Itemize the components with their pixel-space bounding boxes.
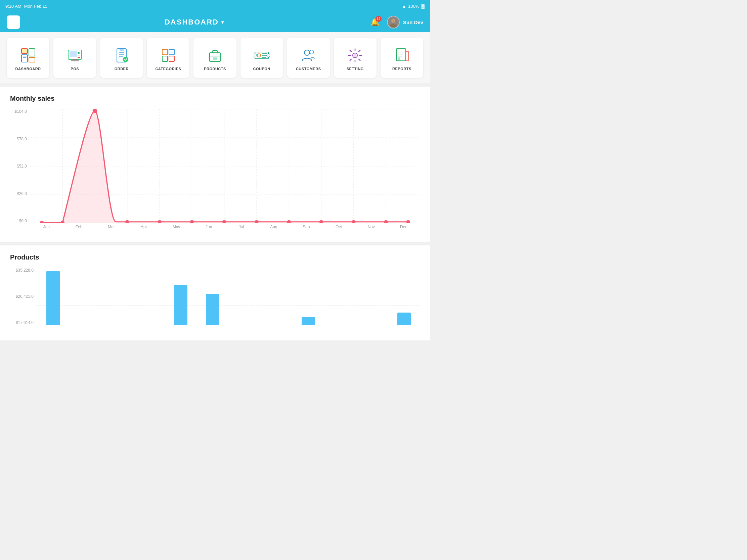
x-axis-label: Jun xyxy=(192,224,225,237)
x-axis-label: Aug xyxy=(258,224,290,237)
svg-rect-9 xyxy=(22,49,27,53)
icon-card-coupon[interactable]: COUPON xyxy=(240,37,283,78)
status-date: Mon Feb 15 xyxy=(24,4,47,9)
svg-point-69 xyxy=(40,221,44,223)
setting-icon xyxy=(346,47,364,64)
y-axis-label: $52.0 xyxy=(17,164,27,168)
order-label: ORDER xyxy=(114,67,129,71)
svg-rect-13 xyxy=(70,51,77,57)
icon-card-products[interactable]: PRODUCTS xyxy=(194,37,236,78)
dashboard-icon xyxy=(20,47,37,64)
notifications-button[interactable]: 🔔 12 xyxy=(369,16,382,29)
bars-row xyxy=(37,268,420,325)
svg-rect-35 xyxy=(213,57,217,60)
svg-point-42 xyxy=(267,54,270,57)
products-label: PRODUCTS xyxy=(204,67,226,71)
avatar xyxy=(387,16,400,29)
svg-point-81 xyxy=(406,220,410,223)
svg-rect-48 xyxy=(406,51,408,61)
x-axis-label: Mar xyxy=(95,224,128,237)
svg-point-80 xyxy=(384,220,388,223)
svg-point-46 xyxy=(354,54,356,57)
svg-point-44 xyxy=(310,50,314,54)
svg-point-74 xyxy=(190,220,194,223)
grid-line xyxy=(37,325,420,325)
user-menu[interactable]: Sun Dev xyxy=(387,16,423,29)
bar-item xyxy=(168,268,193,325)
y-axis: $104.0$78.0$52.0$26.0$0.0 xyxy=(10,109,30,223)
icon-card-categories[interactable]: CATEGORIES xyxy=(147,37,189,78)
pos-label: POS xyxy=(71,67,79,71)
svg-point-79 xyxy=(352,220,356,223)
bar-chart-area xyxy=(37,268,420,325)
y-axis-label: $0.0 xyxy=(19,218,27,223)
icon-card-reports[interactable]: REPORTS xyxy=(381,37,423,78)
order-icon xyxy=(113,47,130,64)
bar-item xyxy=(232,268,257,325)
setting-label: SETTING xyxy=(346,67,364,71)
icon-card-order[interactable]: ORDER xyxy=(100,37,143,78)
svg-point-26 xyxy=(123,57,128,62)
status-bar: 9:10 AM Mon Feb 15 ▲ 100% ▓ xyxy=(0,0,430,12)
y-axis-label: $26.0 xyxy=(17,191,27,196)
bar xyxy=(206,294,219,325)
bar-item xyxy=(40,268,66,325)
x-axis-label: Jan xyxy=(30,224,63,237)
bar-item xyxy=(72,268,97,325)
svg-point-76 xyxy=(255,220,259,223)
x-axis-label: Dec xyxy=(387,224,420,237)
icon-card-pos[interactable]: POS xyxy=(53,37,96,78)
top-nav: DASHBOARD ▾ 🔔 12 Sun Dev xyxy=(0,12,430,32)
bar xyxy=(397,313,411,325)
coupon-icon xyxy=(253,47,271,64)
icon-card-customers[interactable]: CUSTOMERS xyxy=(287,37,330,78)
x-axis-label: May xyxy=(160,224,193,237)
chart-area xyxy=(30,109,420,223)
wifi-icon: ▲ xyxy=(402,4,406,9)
svg-rect-14 xyxy=(78,57,80,58)
nav-dropdown-icon: ▾ xyxy=(221,20,224,25)
y-axis-label: $104.0 xyxy=(15,109,27,114)
bar-item xyxy=(359,268,385,325)
nav-title[interactable]: DASHBOARD ▾ xyxy=(164,18,224,27)
nav-title-text: DASHBOARD xyxy=(164,18,218,27)
y-axis-label: $78.0 xyxy=(17,137,27,141)
customers-icon xyxy=(300,47,317,64)
icon-card-dashboard[interactable]: DASHBOARD xyxy=(7,37,49,78)
bar-chart: $35,228.0$26,421.0$17,614.0 xyxy=(10,268,420,335)
x-axis-label: Feb xyxy=(63,224,95,237)
bar-item xyxy=(328,268,353,325)
svg-point-41 xyxy=(254,54,257,57)
icon-card-setting[interactable]: SETTING xyxy=(334,37,377,78)
dashboard-label: DASHBOARD xyxy=(16,67,41,71)
x-axis-label: Nov xyxy=(355,224,388,237)
battery-icon: ▓ xyxy=(421,4,424,9)
svg-point-75 xyxy=(222,220,226,223)
bar xyxy=(302,317,315,325)
products-title: Products xyxy=(10,254,420,261)
bar-item xyxy=(104,268,129,325)
bar-item xyxy=(391,268,416,325)
monthly-sales-title: Monthly sales xyxy=(10,95,420,102)
categories-icon xyxy=(159,47,177,64)
svg-point-43 xyxy=(304,50,310,55)
bar-y-label: $35,228.0 xyxy=(16,268,33,273)
products-icon xyxy=(206,47,224,64)
svg-point-3 xyxy=(391,19,395,23)
coupon-label: COUPON xyxy=(253,67,270,71)
nav-right: 🔔 12 Sun Dev xyxy=(369,16,423,29)
status-time: 9:10 AM xyxy=(5,4,22,9)
svg-rect-30 xyxy=(169,56,174,61)
bar-item xyxy=(136,268,161,325)
pos-icon xyxy=(66,47,84,64)
bar-item xyxy=(264,268,289,325)
app-logo[interactable] xyxy=(7,16,20,29)
products-section: Products $35,228.0$26,421.0$17,614.0 xyxy=(0,245,430,341)
bar-y-label: $26,421.0 xyxy=(16,294,33,299)
x-axis-label: Sep xyxy=(290,224,323,237)
svg-rect-33 xyxy=(210,53,220,61)
reports-label: REPORTS xyxy=(392,67,411,71)
monthly-sales-section: Monthly sales $104.0$78.0$52.0$26.0$0.0 xyxy=(0,87,430,242)
battery-label: 100% xyxy=(408,4,419,9)
bar-y-label: $17,614.0 xyxy=(16,320,33,325)
